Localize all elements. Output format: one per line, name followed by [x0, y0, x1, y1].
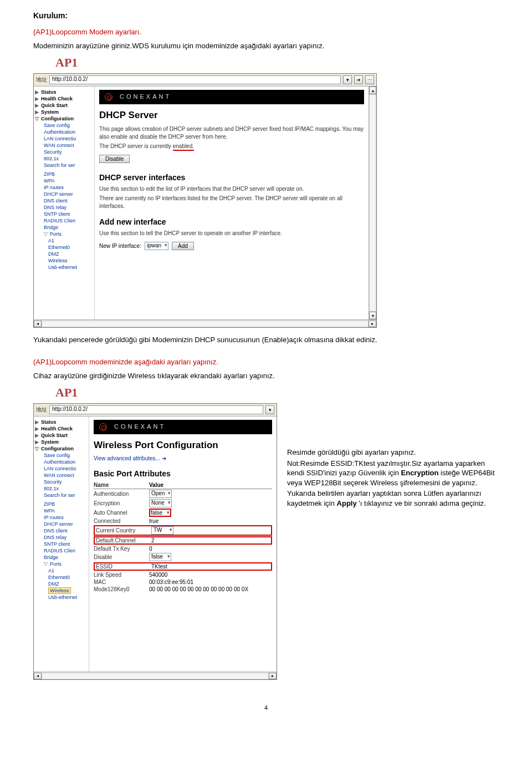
add-button[interactable]: Add: [172, 242, 194, 250]
scroll-right-icon[interactable]: ▸: [269, 673, 277, 679]
sidebar-subitem[interactable]: DNS client: [35, 527, 88, 534]
scroll-right-icon[interactable]: ▸: [369, 321, 376, 327]
sidebar-subitem[interactable]: Security: [35, 479, 88, 485]
sidebar-subitem[interactable]: LAN connectio: [35, 465, 88, 472]
horizontal-scrollbar-2[interactable]: ◂ ▸: [34, 672, 277, 679]
sidebar-subitem[interactable]: DNS relay: [35, 534, 88, 541]
brand-logo-icon: [99, 423, 107, 431]
sidebar-port-item[interactable]: Usb-ethernet: [35, 264, 93, 271]
scroll-up-icon[interactable]: ▴: [369, 87, 376, 94]
scroll-left-icon[interactable]: ◂: [34, 673, 42, 679]
section-dhcp-interfaces: DHCP server interfaces: [99, 173, 364, 182]
sidebar-subitem[interactable]: Save config: [35, 122, 93, 129]
sidebar-subitem[interactable]: ZIPB: [35, 171, 93, 177]
sidebar-port-item[interactable]: Ethernet0: [35, 244, 93, 251]
sidebar-2: ▶Status▶Health Check▶Quick Start▶System▽…: [34, 416, 89, 672]
sidebar-subitem[interactable]: Search for ser: [35, 492, 88, 499]
sidebar-item[interactable]: ▶Status: [35, 89, 93, 95]
sidebar-subitem[interactable]: RADIUS Clien: [35, 217, 93, 224]
attribute-select[interactable]: Open: [149, 490, 172, 498]
sidebar-subitem[interactable]: WPA: [35, 507, 88, 514]
sidebar-port-item[interactable]: A1: [35, 237, 93, 244]
vertical-scrollbar[interactable]: ▴ ▾: [369, 87, 376, 319]
sidebar-subitem[interactable]: 802.1x: [35, 155, 93, 162]
sidebar-subitem[interactable]: 802.1x: [35, 485, 88, 492]
disable-button[interactable]: Disable: [99, 155, 130, 163]
go-dropdown-icon-2[interactable]: ▾: [265, 405, 274, 414]
sidebar-item[interactable]: ▶Health Check: [35, 95, 93, 102]
attribute-name: Connected: [94, 518, 149, 524]
sidebar-subitem[interactable]: Authentication: [35, 459, 88, 465]
sidebar-subitem[interactable]: SNTP client: [35, 541, 88, 547]
sidebar-subitem[interactable]: DNS relay: [35, 204, 93, 211]
sidebar-port-item[interactable]: A1: [35, 567, 88, 574]
sidebar-subitem[interactable]: SNTP client: [35, 211, 93, 217]
sidebar-ports[interactable]: ▽Ports: [35, 231, 93, 237]
scroll-track[interactable]: [369, 94, 376, 312]
attribute-value: 540000: [149, 572, 167, 578]
sidebar-subitem[interactable]: DHCP server: [35, 521, 88, 527]
attribute-value: TW: [151, 526, 173, 535]
sidebar-port-item[interactable]: DMZ: [35, 251, 93, 257]
sidebar-item[interactable]: ▶System: [35, 109, 93, 115]
sidebar-item[interactable]: ▽Configuration: [35, 445, 88, 452]
scroll-left-icon[interactable]: ◂: [34, 321, 42, 327]
attribute-select[interactable]: None: [149, 499, 172, 507]
sidebar-1: ▶Status▶Health Check▶Quick Start▶System▽…: [34, 87, 95, 319]
view-advanced-link[interactable]: View advanced attributes... ➜: [94, 455, 166, 461]
go-dropdown-icon[interactable]: ▾: [343, 75, 352, 84]
go-button[interactable]: ➜: [354, 75, 363, 84]
sidebar-subitem[interactable]: ZIPB: [35, 501, 88, 507]
attribute-value: false: [149, 509, 171, 517]
links-button[interactable]: ⋯: [365, 75, 374, 84]
sidebar-subitem[interactable]: RADIUS Clien: [35, 547, 88, 554]
sidebar-item[interactable]: ▶System: [35, 439, 88, 445]
sidebar-subitem[interactable]: Bridge: [35, 224, 93, 231]
sidebar-port-item[interactable]: DMZ: [35, 581, 88, 587]
sidebar-subitem[interactable]: Security: [35, 149, 93, 155]
expand-icon: ▽: [44, 231, 49, 237]
attribute-select[interactable]: false: [149, 509, 171, 517]
address-input[interactable]: http://10.0.0.2/: [49, 75, 341, 84]
sidebar-port-item[interactable]: Wireless: [35, 587, 88, 594]
sidebar-item[interactable]: ▶Quick Start: [35, 432, 88, 439]
sidebar-subitem[interactable]: Bridge: [35, 554, 88, 561]
address-input-2[interactable]: http://10.0.0.2/: [49, 405, 263, 414]
sidebar-subitem[interactable]: DHCP server: [35, 191, 93, 197]
new-ip-select[interactable]: ipwan: [145, 242, 168, 250]
horizontal-scrollbar[interactable]: ◂ ▸: [34, 319, 376, 327]
sidebar-item[interactable]: ▶Health Check: [35, 425, 88, 432]
sidebar-port-item[interactable]: Ethernet0: [35, 574, 88, 581]
sidebar-ports-2[interactable]: ▽Ports: [35, 561, 88, 567]
sidebar-subitem[interactable]: Search for ser: [35, 162, 93, 169]
sidebar-subitem[interactable]: WPA: [35, 177, 93, 184]
scroll-track-h[interactable]: [42, 321, 369, 327]
attribute-select[interactable]: false: [149, 553, 171, 561]
attribute-name: Auto Channel: [94, 510, 149, 516]
scroll-track-h2[interactable]: [42, 673, 269, 679]
sidebar-subitem[interactable]: LAN connectio: [35, 135, 93, 142]
sidebar-subitem[interactable]: DNS client: [35, 197, 93, 204]
attribute-name: Default Tx Key: [94, 546, 149, 552]
sidebar-item[interactable]: ▶Quick Start: [35, 102, 93, 109]
sidebar-port-item[interactable]: Usb-ethernet: [35, 594, 88, 601]
sidebar-subitem[interactable]: Save config: [35, 452, 88, 459]
doc-line-ap1-loopcomm: (AP1)Loopcomm Modem ayarları.: [33, 28, 499, 36]
doc-line-after1c: Cihaz arayüzüne girdiğinizde Wireless tı…: [33, 372, 499, 380]
address-bar-row-2: 地址 http://10.0.0.2/ ▾: [34, 404, 277, 416]
sidebar-item[interactable]: ▽Configuration: [35, 115, 93, 122]
sidebar-subitem[interactable]: WAN connect: [35, 142, 93, 149]
sidebar-subitem[interactable]: Authentication: [35, 129, 93, 135]
sidebar-item-label: Ports: [50, 561, 62, 567]
sidebar-subitem[interactable]: IP routes: [35, 514, 88, 521]
sidebar-port-item[interactable]: Wireless: [35, 257, 93, 264]
new-ip-row: New IP interface: ipwan Add: [99, 240, 364, 252]
scroll-down-icon[interactable]: ▾: [369, 312, 376, 319]
attribute-select[interactable]: TW: [151, 526, 173, 535]
sidebar-item[interactable]: ▶Status: [35, 419, 88, 425]
attribute-row: Current CountryTW: [94, 525, 272, 536]
sidebar-subitem[interactable]: IP routes: [35, 184, 93, 191]
sidebar-subitem[interactable]: WAN connect: [35, 472, 88, 479]
dhcp-status-line: The DHCP server is currently enabled.: [99, 143, 364, 150]
attribute-name: Authentication: [94, 491, 149, 497]
